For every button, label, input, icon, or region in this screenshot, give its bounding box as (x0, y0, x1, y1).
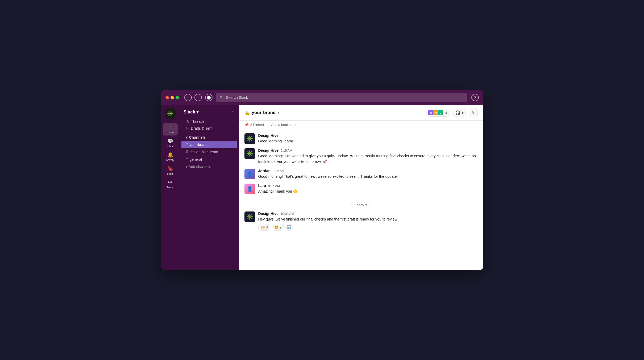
reaction-count: 2 (280, 225, 281, 229)
message-time: 10:00 AM (281, 212, 294, 216)
home-label: Home (167, 131, 174, 134)
sidebar-item-home[interactable]: ⌂ Home (163, 123, 178, 135)
later-label: Later (167, 172, 173, 175)
add-reaction-button[interactable]: 🔄 (285, 224, 293, 231)
add-bookmark-button[interactable]: + Add a bookmark (268, 123, 296, 127)
channel-item-general[interactable]: # general (181, 156, 237, 163)
search-placeholder: Search Slack (226, 95, 248, 100)
message-author: Lara (258, 184, 266, 188)
hash-icon: # (186, 150, 188, 154)
bookmarks-bar: 📌 2 Pinned + Add a bookmark (239, 121, 483, 129)
history-button[interactable]: 🕐 (205, 94, 213, 101)
message-author: DesignHive (258, 211, 279, 216)
reactions-bar: 🙌 3 🤩 2 🔄 (258, 224, 478, 231)
message-content: DesignHive 9:15 AM Good Morning! Just wa… (258, 148, 478, 164)
message-content: DesignHive 10:00 AM Hey guys, we've fini… (258, 211, 478, 231)
message-content: Jordan 9:32 AM Good morning! That's grea… (258, 169, 478, 179)
message-content: DesignHive Good Morning Team! (258, 133, 478, 144)
message-text: Hey guys, we've finished our final check… (258, 217, 478, 222)
pinned-button[interactable]: 📌 2 Pinned (244, 123, 264, 127)
sidebar-item-threads[interactable]: ◎ Threads (181, 118, 237, 125)
icon-sidebar: ✳️ ⌂ Home 💬 DMs 🔔 Activity 🔖 Later ••• M… (161, 105, 179, 270)
reaction-clap[interactable]: 🙌 3 (258, 224, 270, 231)
message-row: 👤 Lara 9:35 AM Amazing! Thank you 😊 (244, 184, 478, 194)
sidebar-item-later[interactable]: 🔖 Later (163, 164, 178, 177)
add-channels-label: + Add channels (186, 164, 211, 169)
traffic-lights (165, 96, 179, 99)
pinned-label: 2 Pinned (250, 123, 264, 127)
reaction-count: 3 (266, 225, 268, 229)
channel-item-your-brand[interactable]: # your-brand (181, 141, 237, 148)
headphones-chevron-icon: ▾ (462, 110, 464, 115)
channel-item-design-hive-team[interactable]: # design-hive-team (181, 148, 237, 156)
activity-icon: 🔔 (167, 152, 173, 158)
sidebar-item-dms[interactable]: 💬 DMs (163, 137, 178, 149)
add-bookmark-icon: + (268, 123, 270, 127)
sidebar-header: Slack ▾ ≡ (179, 108, 239, 118)
channels-section: ▾ Channels # your-brand # design-hive-te… (179, 134, 239, 170)
date-label: Today (355, 203, 364, 207)
message-time: 9:15 AM (281, 149, 292, 153)
message-text: Good Morning! Just wanted to give you a … (258, 153, 478, 164)
sidebar-item-more[interactable]: ••• More (163, 178, 178, 190)
avatars-group[interactable]: A ✳ J 4 (426, 109, 450, 117)
message-row: ✳️ DesignHive Good Morning Team! (244, 133, 478, 144)
message-header: DesignHive (258, 133, 478, 138)
reaction-starstruck[interactable]: 🤩 2 (272, 224, 284, 231)
help-button[interactable]: ? (471, 94, 479, 101)
avatar-stack: A ✳ J (428, 110, 442, 116)
message-row: ✳️ DesignHive 9:15 AM Good Morning! Just… (244, 148, 478, 164)
chat-header: 🔒 your-brand ▾ A ✳ J 4 🎧 (239, 105, 483, 121)
minimize-button[interactable] (171, 96, 174, 99)
search-icon: 🔍 (219, 95, 224, 100)
compose-button[interactable]: ✎ (469, 108, 478, 117)
main-layout: ✳️ ⌂ Home 💬 DMs 🔔 Activity 🔖 Later ••• M… (161, 105, 483, 270)
more-label: More (167, 186, 173, 189)
app-window: ← → 🕐 🔍 Search Slack ? ✳️ ⌂ Home 💬 DMs 🔔… (161, 90, 483, 270)
date-pill[interactable]: Today ▾ (351, 202, 371, 208)
home-icon: ⌂ (169, 125, 172, 130)
chat-area: 🔒 your-brand ▾ A ✳ J 4 🎧 (239, 105, 483, 270)
back-button[interactable]: ← (184, 94, 192, 101)
workspace-name[interactable]: Slack ▾ (184, 109, 199, 115)
message-text: Amazing! Thank you 😊 (258, 189, 478, 194)
hash-icon: # (186, 157, 188, 162)
threads-label: Threads (191, 119, 205, 124)
pin-icon: 📌 (244, 123, 249, 127)
search-bar[interactable]: 🔍 Search Slack (216, 93, 467, 102)
member-count: 4 (445, 111, 447, 115)
sidebar-item-drafts[interactable]: ⊳ Drafts & sent (181, 125, 237, 132)
message-author: DesignHive (258, 148, 279, 153)
forward-button[interactable]: → (194, 94, 202, 101)
threads-icon: ◎ (186, 119, 189, 124)
add-reaction-icon: 🔄 (287, 225, 291, 229)
date-chevron-icon: ▾ (365, 203, 367, 207)
message-header: DesignHive 10:00 AM (258, 211, 478, 216)
channel-title-text: your-brand (252, 110, 276, 115)
headphones-icon: 🎧 (455, 110, 460, 115)
headphones-button[interactable]: 🎧 ▾ (452, 109, 467, 117)
message-header: DesignHive 9:15 AM (258, 148, 478, 153)
later-icon: 🔖 (167, 166, 173, 172)
add-channels-button[interactable]: + Add channels (181, 163, 237, 170)
message-row: ✳️ DesignHive 10:00 AM Hey guys, we've f… (244, 211, 478, 231)
avatar: 👤 (244, 184, 255, 194)
channels-header[interactable]: ▾ Channels (181, 134, 237, 141)
drafts-label: Drafts & sent (191, 126, 213, 130)
message-header: Lara 9:35 AM (258, 184, 478, 188)
channel-name-general: general (189, 157, 202, 162)
maximize-button[interactable] (176, 96, 179, 99)
workspace-icon[interactable]: ✳️ (165, 108, 176, 119)
message-content: Lara 9:35 AM Amazing! Thank you 😊 (258, 184, 478, 194)
messages-area[interactable]: ✳️ DesignHive Good Morning Team! ✳️ (239, 129, 483, 270)
drafts-icon: ⊳ (186, 126, 189, 130)
title-bar: ← → 🕐 🔍 Search Slack ? (161, 90, 483, 105)
close-button[interactable] (165, 96, 169, 99)
sidebar-item-activity[interactable]: 🔔 Activity (163, 150, 178, 163)
hash-icon: # (186, 142, 188, 147)
nav-arrows: ← → (184, 94, 202, 101)
channel-title[interactable]: 🔒 your-brand ▾ (244, 110, 280, 115)
dms-icon: 💬 (167, 138, 173, 144)
message-author: Jordan (258, 169, 271, 173)
filter-icon[interactable]: ≡ (232, 110, 234, 115)
